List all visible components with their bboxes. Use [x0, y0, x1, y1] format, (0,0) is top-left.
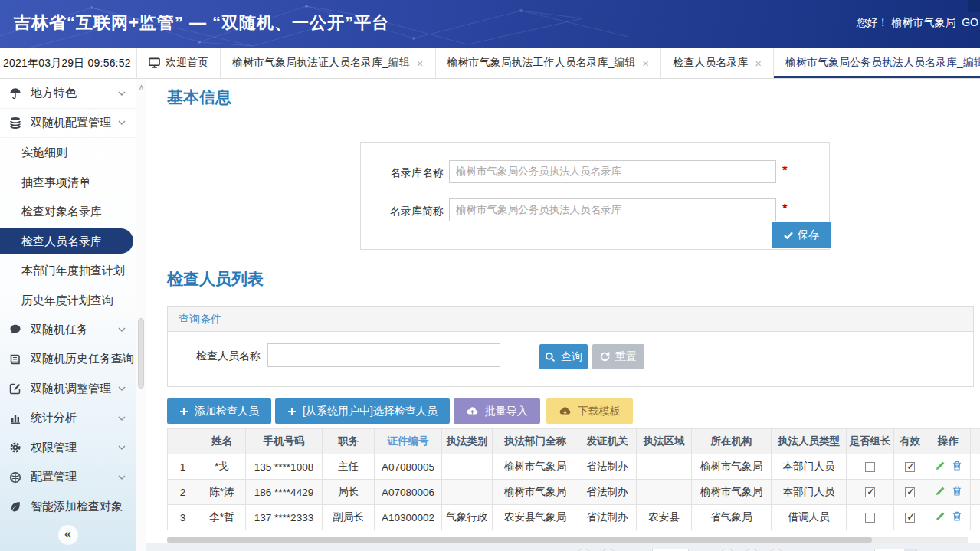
cell-0-9: 榆树市气象局 [692, 454, 772, 480]
action-button-1[interactable]: [从系统用户中]选择检查人员 [275, 398, 450, 424]
sidebar-subitem-1-5[interactable]: 历史年度计划查询 [0, 286, 136, 316]
leader-checkbox[interactable] [865, 487, 875, 497]
sidebar-subitem-1-1[interactable]: 抽查事项清单 [0, 168, 136, 198]
close-icon[interactable]: × [642, 57, 649, 70]
chart-icon [9, 412, 21, 425]
action-button-3[interactable]: 下载模板 [546, 398, 633, 424]
inspector-list-section-title: 检查人员列表 [167, 268, 264, 290]
greeting-suffix: GO [962, 16, 978, 28]
tab-2[interactable]: 榆树市气象局执法工作人员名录库_编辑× [436, 48, 662, 78]
sidebar-item-0[interactable]: 地方特色 [0, 79, 136, 109]
query-conditions-panel: 查询条件 检查人员名称 查询 重置 [167, 306, 974, 387]
pagination-footer [146, 543, 980, 551]
table-header: 姓名手机号码职务证件编号执法类别执法部门全称发证机关执法区域所在机构执法人员类型… [168, 429, 980, 454]
tab-label: 榆树市气象局执法证人员名录库_编辑 [232, 56, 410, 70]
tab-3[interactable]: 检查人员名录库× [661, 48, 774, 78]
chevron-down-icon [118, 386, 126, 391]
sidebar-item-5[interactable]: 统计分析 [0, 404, 136, 434]
pencil-icon[interactable] [936, 511, 946, 521]
col-header-12: 有效 [894, 429, 926, 454]
cell-0-6: 榆树市气象局 [493, 454, 578, 480]
valid-checkbox[interactable] [905, 513, 915, 523]
trash-icon[interactable] [952, 511, 962, 521]
catalog-short-name-label: 名录库简称 [390, 205, 451, 218]
plus-icon [179, 407, 188, 416]
action-button-label: 添加检查人员 [195, 405, 259, 418]
reset-button[interactable]: 重置 [592, 344, 644, 369]
sidebar-item-2[interactable]: 双随机任务 [0, 315, 136, 345]
query-panel-title: 查询条件 [168, 307, 973, 332]
catalog-name-input[interactable] [449, 160, 776, 183]
table-row-0: 1*戈135 ****1008主任A07080005榆树市气象局省法制办榆树市气… [168, 454, 980, 480]
valid-checkbox[interactable] [905, 462, 915, 472]
scroll-up-caret-icon[interactable]: ∧ [136, 83, 146, 91]
basic-info-section-title: 基本信息 [167, 87, 231, 108]
sidebar-collapse: « [0, 525, 136, 545]
sidebar-subitem-1-2[interactable]: 检查对象名录库 [0, 197, 136, 227]
refresh-icon [600, 352, 610, 362]
save-button[interactable]: 保存 [772, 222, 831, 248]
tab-0[interactable]: 欢迎首页 [136, 48, 221, 78]
tab-4[interactable]: 榆树市气象局公务员执法人员名录库_编辑× [774, 48, 980, 78]
trash-icon[interactable] [952, 486, 962, 496]
action-button-label: [从系统用户中]选择检查人员 [303, 405, 438, 418]
sidebar-item-label: 智能添加检查对象 [31, 500, 123, 514]
cell-leader-2 [847, 505, 894, 530]
catalog-short-name-input[interactable] [449, 198, 776, 221]
scrollbar-corner [968, 0, 980, 12]
cell-ops-1 [926, 480, 971, 505]
tab-label: 欢迎首页 [166, 56, 208, 70]
cell-0-2: 135 ****1008 [246, 454, 323, 480]
sidebar-item-3[interactable]: 双随机历史任务查询 [0, 345, 136, 375]
content-vertical-scrollbar[interactable]: ∧ [136, 79, 146, 551]
leader-checkbox[interactable] [865, 513, 875, 523]
col-header-0 [168, 429, 198, 454]
cell-0-0: 1 [168, 454, 198, 480]
close-icon[interactable]: × [417, 57, 424, 70]
collapse-sidebar-button[interactable]: « [58, 525, 78, 545]
tab-1[interactable]: 榆树市气象局执法证人员名录库_编辑× [221, 48, 436, 78]
hscrollbar-thumb[interactable] [167, 537, 872, 543]
query-button[interactable]: 查询 [539, 344, 588, 369]
leader-checkbox[interactable] [865, 462, 875, 472]
table-body: 1*戈135 ****1008主任A07080005榆树市气象局省法制办榆树市气… [168, 454, 980, 530]
valid-checkbox[interactable] [905, 487, 915, 497]
cell-2-10: 借调人员 [772, 505, 847, 530]
sidebar-item-8[interactable]: 智能添加检查对象 [0, 492, 136, 522]
sidebar-subitem-1-3[interactable]: 检查人员名录库 [0, 228, 133, 254]
sidebar-subitem-1-0[interactable]: 实施细则 [0, 138, 136, 168]
sidebar-subitem-1-4[interactable]: 本部门年度抽查计划 [0, 256, 136, 286]
action-button-0[interactable]: 添加检查人员 [167, 398, 271, 424]
close-icon[interactable]: × [755, 57, 762, 70]
sidebar-item-4[interactable]: 双随机调整管理 [0, 374, 136, 404]
check-icon [784, 231, 793, 239]
sidebar-item-7[interactable]: 配置管理 [0, 463, 136, 493]
cell-0-10: 本部门人员 [772, 454, 847, 480]
platform-title: 吉林省“互联网+监管” — “双随机、一公开”平台 [14, 11, 389, 34]
database-icon [9, 116, 21, 129]
pencil-icon[interactable] [936, 486, 946, 496]
trash-icon[interactable] [952, 461, 962, 471]
cell-0-1: *戈 [198, 454, 246, 480]
required-asterisk: * [782, 163, 788, 179]
inspector-name-input[interactable] [267, 343, 500, 367]
table-horizontal-scrollbar[interactable] [167, 537, 968, 543]
user-greeting[interactable]: 您好！ 榆树市气象局 GO [857, 16, 978, 30]
sidebar-item-6[interactable]: 权限管理 [0, 433, 136, 463]
sidebar-item-1[interactable]: 双随机配置管理 [0, 109, 136, 139]
pencil-icon[interactable] [936, 461, 946, 471]
query-panel-body: 检查人员名称 查询 重置 [168, 332, 973, 387]
tab-label: 榆树市气象局公务员执法人员名录库_编辑 [785, 56, 980, 70]
umbrella-icon [9, 87, 21, 100]
cell-0-4: A07080005 [375, 454, 442, 480]
cell-0-5 [442, 454, 493, 480]
col-header-5: 执法类别 [442, 429, 493, 454]
topbar: 2021年03月29日 09:56:52 欢迎首页榆树市气象局执法证人员名录库_… [0, 48, 980, 79]
scrollbar-thumb[interactable] [138, 318, 144, 389]
action-button-2[interactable]: 批量导入 [454, 398, 540, 424]
sidebar-item-label: 地方特色 [31, 86, 77, 100]
chevron-down-icon [118, 445, 126, 450]
col-header-1: 姓名 [198, 429, 246, 454]
cell-1-4: A07080006 [375, 480, 442, 505]
col-header-4: 证件编号 [375, 429, 442, 454]
